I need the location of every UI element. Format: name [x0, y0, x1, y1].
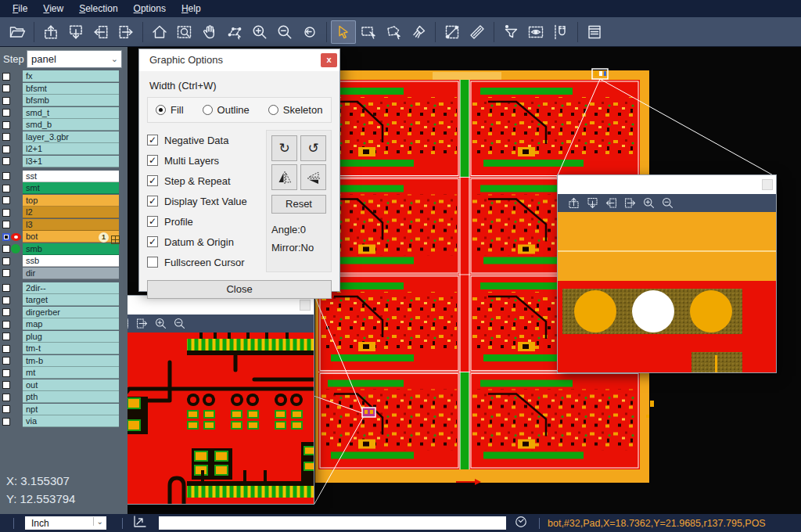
zoom-region-icon[interactable] — [172, 20, 197, 44]
angle-status: Angle:0 — [271, 224, 326, 235]
step-left-icon[interactable] — [88, 20, 113, 44]
rotate-cw-icon[interactable]: ↻ — [271, 135, 297, 161]
menu-selection[interactable]: Selection — [71, 1, 125, 16]
dialog-title-bar[interactable]: Graphic Options x — [139, 49, 339, 71]
layer-checkbox[interactable] — [2, 221, 10, 228]
menu-file[interactable]: File — [5, 1, 35, 16]
layer-row: via — [0, 415, 128, 427]
checkbox-profile[interactable]: ✓Profile — [147, 211, 266, 232]
zoom-out-icon[interactable] — [170, 317, 189, 331]
layer-checkbox[interactable] — [2, 245, 10, 253]
layer-checkbox[interactable] — [2, 196, 10, 204]
layer-checkbox-selected[interactable] — [2, 233, 10, 241]
snap-magnet-icon[interactable] — [548, 20, 573, 44]
flip-horizontal-icon[interactable] — [271, 164, 297, 190]
layer-checkbox[interactable] — [2, 345, 10, 353]
measure-line-icon[interactable] — [440, 20, 465, 44]
pan-hand-icon[interactable] — [197, 20, 222, 44]
checkbox-datum-origin[interactable]: ✓Datum & Origin — [147, 232, 266, 252]
select-cursor-icon[interactable] — [331, 20, 356, 44]
layer-checkbox[interactable] — [2, 84, 10, 92]
unit-select[interactable]: Inch ⌄ — [25, 516, 106, 530]
checkbox-display-text-value[interactable]: ✓Display Text Value — [147, 191, 266, 211]
radio-skeleton[interactable]: Skeleton — [268, 104, 323, 116]
flip-vertical-icon[interactable] — [300, 164, 326, 190]
move-vertex-icon[interactable] — [222, 20, 247, 44]
layer-checkbox[interactable] — [2, 284, 10, 292]
zoom-out-icon[interactable] — [272, 20, 297, 44]
layer-checkbox[interactable] — [2, 369, 10, 377]
open-folder-icon[interactable] — [5, 20, 30, 44]
step-left-icon[interactable] — [602, 196, 620, 210]
layer-checkbox[interactable] — [2, 321, 10, 329]
zoom-out-icon[interactable] — [658, 196, 677, 210]
layer-row: 2dir-- — [0, 282, 128, 294]
checkbox-negative-data[interactable]: ✓Negative Data — [147, 130, 266, 150]
layer-checkbox[interactable] — [2, 357, 10, 365]
rotate-ccw-icon[interactable]: ↺ — [300, 135, 326, 161]
checkbox-step-repeat[interactable]: ✓Step & Repeat — [147, 171, 266, 191]
layer-checkbox[interactable] — [2, 146, 10, 153]
step-up-icon[interactable] — [564, 196, 583, 210]
popup-title-bar[interactable] — [558, 175, 776, 194]
layer-checkbox[interactable] — [2, 73, 10, 81]
layer-checkbox[interactable] — [2, 109, 10, 117]
ruler-icon[interactable] — [465, 20, 490, 44]
checkbox-fullscreen-cursor[interactable]: Fullscreen Cursor — [147, 252, 266, 272]
view-box-icon[interactable] — [523, 20, 548, 44]
home-icon[interactable] — [147, 20, 172, 44]
zoom-in-icon[interactable] — [151, 317, 170, 331]
menu-view[interactable]: View — [35, 1, 71, 16]
layer-checkbox[interactable] — [2, 297, 10, 304]
step-up-icon[interactable] — [38, 20, 63, 44]
menu-help[interactable]: Help — [174, 1, 209, 16]
filter-icon[interactable] — [498, 20, 523, 44]
step-select[interactable]: panel ⌄ — [27, 50, 122, 68]
layer-checkbox[interactable] — [2, 269, 10, 277]
layer-group-2: sst smt top l2 l3 bot smb ssb dir — [0, 171, 128, 279]
layer-checkbox[interactable] — [2, 405, 10, 413]
popup-window-button[interactable] — [762, 179, 773, 190]
menu-options[interactable]: Options — [126, 1, 174, 16]
popup-window-button[interactable] — [300, 300, 311, 311]
graphic-options-dialog[interactable]: Graphic Options x Width (Ctrl+W) Fill Ou… — [138, 49, 340, 292]
layer-checkbox[interactable] — [2, 133, 10, 141]
layer-row: pth — [0, 391, 128, 403]
magnifier-window-top-right[interactable] — [557, 174, 777, 373]
refresh-icon[interactable] — [514, 515, 528, 532]
step-right-icon[interactable] — [620, 196, 639, 210]
step-down-icon[interactable] — [63, 20, 88, 44]
layer-checkbox[interactable] — [2, 121, 10, 129]
grid-icon[interactable] — [111, 233, 120, 247]
angle-corner-icon[interactable] — [132, 515, 148, 532]
layer-checkbox[interactable] — [2, 209, 10, 217]
checkbox-multi-layers[interactable]: ✓Multi Layers — [147, 150, 266, 171]
layer-checkbox[interactable] — [2, 381, 10, 389]
layer-checkbox[interactable] — [2, 308, 10, 316]
layer-checkbox[interactable] — [2, 157, 10, 165]
chevron-down-icon: ⌄ — [93, 517, 103, 526]
zoom-in-icon[interactable] — [639, 196, 658, 210]
layer-panel-icon[interactable] — [582, 20, 607, 44]
close-icon[interactable]: x — [321, 53, 337, 67]
radio-outline[interactable]: Outline — [203, 104, 250, 116]
step-right-icon[interactable] — [132, 317, 151, 331]
layer-checkbox[interactable] — [2, 257, 10, 265]
reset-button[interactable]: Reset — [271, 195, 326, 214]
select-rect-icon[interactable] — [356, 20, 381, 44]
step-down-icon[interactable] — [583, 196, 602, 210]
layer-checkbox[interactable] — [2, 418, 10, 426]
select-poly-icon[interactable] — [381, 20, 406, 44]
command-input[interactable] — [159, 516, 506, 530]
step-right-icon[interactable] — [113, 20, 138, 44]
zoom-previous-icon[interactable] — [297, 20, 322, 44]
layer-checkbox[interactable] — [2, 332, 10, 340]
layer-checkbox[interactable] — [2, 97, 10, 105]
layer-checkbox[interactable] — [2, 394, 10, 401]
layer-checkbox[interactable] — [2, 172, 10, 180]
layer-checkbox[interactable] — [2, 185, 10, 192]
radio-fill[interactable]: Fill — [156, 104, 184, 116]
zoom-in-icon[interactable] — [247, 20, 272, 44]
close-button[interactable]: Close — [147, 280, 332, 299]
clean-brush-icon[interactable] — [406, 20, 431, 44]
